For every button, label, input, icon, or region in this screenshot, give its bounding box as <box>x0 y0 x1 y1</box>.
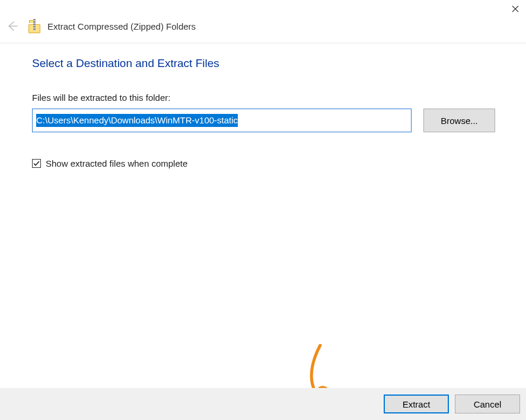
page-heading: Select a Destination and Extract Files <box>32 57 495 70</box>
close-icon <box>512 5 519 12</box>
close-button[interactable] <box>509 3 521 15</box>
extract-button[interactable]: Extract <box>384 394 449 413</box>
show-files-checkbox[interactable] <box>32 159 41 168</box>
back-button[interactable] <box>4 18 20 34</box>
checkmark-icon <box>33 160 40 167</box>
back-arrow-icon <box>5 20 18 33</box>
show-files-checkbox-label: Show extracted files when complete <box>46 158 187 168</box>
destination-path-text: C:\Users\Kennedy\Downloads\WinMTR-v100-s… <box>36 114 238 127</box>
wizard-header: Extract Compressed (Zipped) Folders <box>0 0 526 43</box>
cancel-button[interactable]: Cancel <box>455 394 520 413</box>
wizard-title: Extract Compressed (Zipped) Folders <box>47 21 196 31</box>
wizard-content: Select a Destination and Extract Files F… <box>32 57 495 168</box>
wizard-footer: Extract Cancel <box>0 388 526 420</box>
destination-label: Files will be extracted to this folder: <box>32 93 495 103</box>
show-files-checkbox-row: Show extracted files when complete <box>32 158 495 168</box>
browse-button[interactable]: Browse... <box>423 109 495 132</box>
destination-input[interactable]: C:\Users\Kennedy\Downloads\WinMTR-v100-s… <box>32 109 412 132</box>
zip-folder-icon <box>28 19 40 33</box>
titlebar <box>509 0 526 18</box>
destination-row: C:\Users\Kennedy\Downloads\WinMTR-v100-s… <box>32 109 495 132</box>
